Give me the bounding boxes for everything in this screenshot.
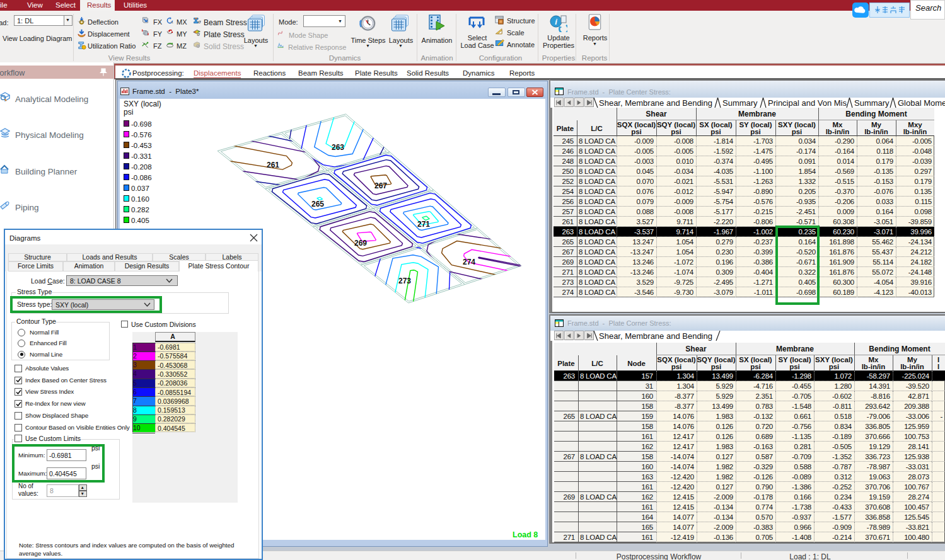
svg-text:σ: σ bbox=[197, 45, 199, 48]
svg-text:σ: σ bbox=[198, 19, 201, 25]
svg-text:i: i bbox=[555, 17, 557, 26]
svg-text:σ: σ bbox=[197, 31, 200, 37]
